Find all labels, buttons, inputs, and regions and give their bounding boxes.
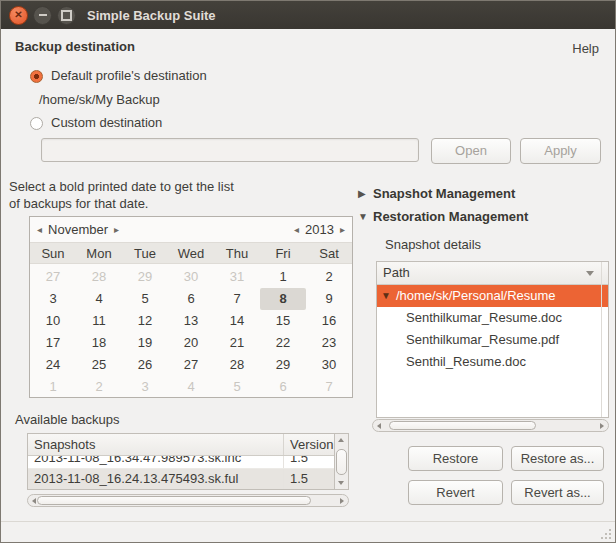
scroll-up-icon[interactable] [338, 438, 344, 442]
calendar-day-header: Fri [260, 246, 306, 261]
calendar-day[interactable]: 27 [168, 354, 214, 376]
calendar-day[interactable]: 16 [306, 310, 352, 332]
tree-child-row[interactable]: Senthilkumar_Resume.doc [377, 307, 608, 329]
backup-row-selected[interactable]: 2013-11-08_16.24.13.475493.sk.ful 1.5 [28, 469, 334, 489]
calendar-day[interactable]: 29 [122, 266, 168, 288]
calendar-day-header: Sat [306, 246, 352, 261]
calendar-day[interactable]: 21 [214, 332, 260, 354]
revert-as-button[interactable]: Revert as... [511, 480, 604, 505]
calendar-day-header: Tue [122, 246, 168, 261]
snapshot-management-header[interactable]: Snapshot Management [373, 186, 515, 201]
tree-horizontal-scrollbar[interactable] [372, 419, 609, 432]
backups-vertical-scrollbar[interactable] [334, 434, 348, 489]
help-link[interactable]: Help [572, 41, 599, 56]
calendar-day[interactable]: 31 [214, 266, 260, 288]
path-column-header[interactable]: Path [383, 262, 586, 284]
tree-child-row[interactable]: Senthilkumar_Resume.pdf [377, 329, 608, 351]
calendar-day[interactable]: 12 [122, 310, 168, 332]
calendar-day[interactable]: 4 [76, 288, 122, 310]
calendar-day[interactable]: 10 [30, 310, 76, 332]
app-window: ✕ Simple Backup Suite Backup destination… [0, 0, 616, 543]
tree-root-expander-icon[interactable]: ▼ [381, 285, 391, 307]
resize-grip[interactable] [599, 527, 611, 539]
calendar-day[interactable]: 2 [306, 266, 352, 288]
scroll-down-icon[interactable] [338, 481, 344, 485]
calendar-day[interactable]: 13 [168, 310, 214, 332]
calendar-day[interactable]: 8 [260, 288, 306, 310]
calendar-day[interactable]: 2 [76, 376, 122, 398]
calendar-day[interactable]: 30 [168, 266, 214, 288]
prev-year-icon[interactable]: ◂ [294, 224, 299, 235]
scroll-left-icon[interactable] [377, 423, 381, 429]
open-button[interactable]: Open [431, 138, 511, 164]
calendar-day[interactable]: 7 [214, 288, 260, 310]
backup-row-clipped[interactable]: 2013-11-08_16.34.47.989573.sk.inc 1.5 [28, 456, 334, 469]
revert-button[interactable]: Revert [408, 480, 503, 505]
titlebar[interactable]: ✕ Simple Backup Suite [1, 1, 615, 29]
calendar-day[interactable]: 5 [214, 376, 260, 398]
calendar-day[interactable]: 4 [168, 376, 214, 398]
calendar-day[interactable]: 1 [30, 376, 76, 398]
maximize-button[interactable] [57, 6, 76, 25]
custom-destination-input[interactable] [41, 138, 419, 162]
calendar-day[interactable]: 25 [76, 354, 122, 376]
calendar-day[interactable]: 9 [306, 288, 352, 310]
backups-table-header[interactable]: Snapshots Version [28, 434, 334, 456]
calendar-day[interactable]: 1 [260, 266, 306, 288]
default-destination-radio[interactable] [30, 70, 43, 83]
restore-button[interactable]: Restore [408, 446, 503, 471]
calendar-day[interactable]: 17 [30, 332, 76, 354]
snapshots-column-header[interactable]: Snapshots [28, 434, 284, 455]
next-month-icon[interactable]: ▸ [114, 224, 119, 235]
horizontal-scroll-thumb[interactable] [389, 421, 536, 430]
apply-button[interactable]: Apply [520, 138, 601, 164]
month-label: November [48, 222, 108, 237]
prev-month-icon[interactable]: ◂ [37, 224, 42, 235]
calendar-day[interactable]: 26 [122, 354, 168, 376]
calendar-day[interactable]: 3 [30, 288, 76, 310]
calendar-day[interactable]: 7 [306, 376, 352, 398]
calendar-day[interactable]: 24 [30, 354, 76, 376]
calendar-day[interactable]: 28 [214, 354, 260, 376]
version-column-header[interactable]: Version [284, 434, 334, 455]
calendar-day[interactable]: 29 [260, 354, 306, 376]
calendar-day[interactable]: 23 [306, 332, 352, 354]
scroll-right-icon[interactable] [340, 498, 344, 504]
calendar-day[interactable]: 5 [122, 288, 168, 310]
tree-root-row[interactable]: ▼ /home/sk/Personal/Resume [377, 285, 608, 307]
calendar-day[interactable]: 6 [260, 376, 306, 398]
calendar-day[interactable]: 14 [214, 310, 260, 332]
custom-destination-radio[interactable] [30, 117, 43, 130]
close-button[interactable]: ✕ [9, 6, 28, 25]
calendar-day[interactable]: 15 [260, 310, 306, 332]
calendar-day[interactable]: 22 [260, 332, 306, 354]
calendar-day[interactable]: 11 [76, 310, 122, 332]
restoration-management-header[interactable]: Restoration Management [373, 209, 528, 224]
next-year-icon[interactable]: ▸ [340, 224, 345, 235]
calendar-hint-line2: of backups for that date. [9, 195, 234, 212]
horizontal-scroll-thumb[interactable] [37, 496, 311, 505]
restore-as-button[interactable]: Restore as... [511, 446, 604, 471]
calendar-day[interactable]: 28 [76, 266, 122, 288]
backups-horizontal-scrollbar[interactable] [27, 494, 349, 507]
scroll-left-icon[interactable] [32, 498, 36, 504]
calendar-day[interactable]: 3 [122, 376, 168, 398]
restoration-management-expander-icon[interactable]: ▼ [358, 211, 368, 222]
minimize-button[interactable] [33, 6, 52, 25]
vertical-scroll-thumb[interactable] [336, 449, 347, 475]
tree-child-row[interactable]: Senthil_Resume.doc [377, 351, 608, 373]
calendar-day[interactable]: 30 [306, 354, 352, 376]
calendar-day[interactable]: 20 [168, 332, 214, 354]
scroll-right-icon[interactable] [600, 423, 604, 429]
calendar-day[interactable]: 6 [168, 288, 214, 310]
backups-table-main: Snapshots Version 2013-11-08_16.34.47.98… [28, 434, 334, 489]
snapshot-management-expander-icon[interactable]: ▶ [358, 188, 366, 199]
calendar-day[interactable]: 18 [76, 332, 122, 354]
month-nav: ◂ November ▸ [37, 222, 119, 237]
calendar-day[interactable]: 27 [30, 266, 76, 288]
year-label: 2013 [305, 222, 334, 237]
tree-root-label: /home/sk/Personal/Resume [396, 285, 556, 307]
tree-column-header[interactable]: Path [377, 262, 608, 285]
calendar-day[interactable]: 19 [122, 332, 168, 354]
tree-child-label: Senthilkumar_Resume.pdf [406, 329, 559, 351]
